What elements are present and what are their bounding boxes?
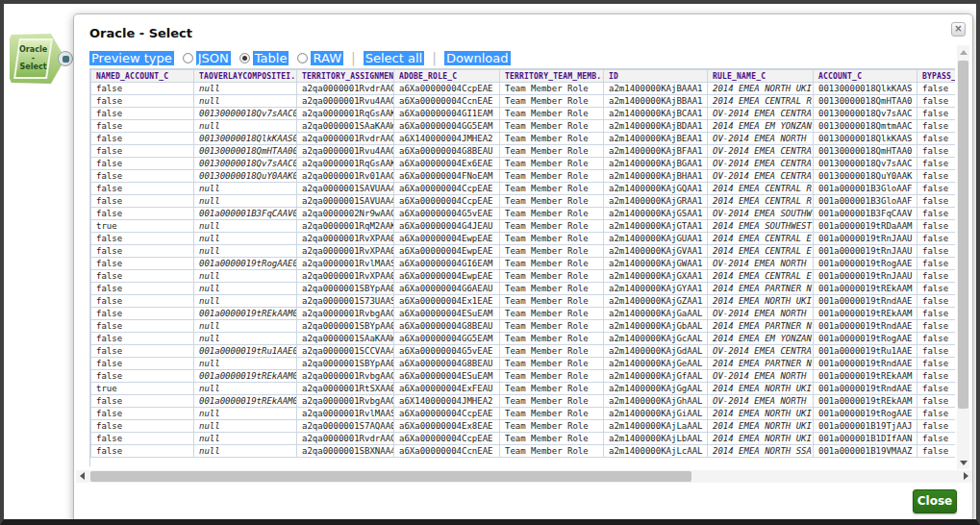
preview-type-option-json[interactable]: JSON: [183, 51, 231, 65]
table-cell: a2qa0000001RqGsAAK: [297, 108, 394, 120]
table-cell: a6Xa00000004G6AEAU: [394, 283, 500, 295]
table-cell: false: [91, 295, 194, 308]
table-cell: Team Member Role: [500, 270, 604, 283]
table-cell: a2m1400000KAjGZAA1: [604, 295, 708, 308]
table-cell: Team Member Role: [500, 420, 604, 433]
table-row: falsenulla2qa0000001RvlMAASa6Xa00000004C…: [91, 408, 956, 420]
radio-button-icon[interactable]: [239, 53, 250, 63]
table-cell: Team Member Role: [500, 433, 604, 445]
preview-table-container[interactable]: NAMED_ACCOUNT_CTAOVERLAYCOMPOSITEI...TER…: [89, 68, 955, 466]
table-row: false00130000018QmHTAA00...a2qa0000001Rv…: [91, 145, 956, 158]
table-cell: Team Member Role: [500, 333, 604, 345]
table-cell: a6Xa00000004GG5EAM: [394, 120, 500, 133]
table-cell: 2014 EMEA NORTH UKI...: [708, 83, 814, 95]
preview-controls: Preview type JSONTableRAW | Select all |…: [89, 49, 511, 66]
scroll-right-arrow-icon[interactable]: [959, 470, 972, 483]
vertical-scrollbar[interactable]: [957, 45, 969, 469]
table-cell: a2m1400000KAjGSAA1: [604, 208, 708, 220]
table-cell: 2014 EMEA NORTH UKI...: [708, 383, 814, 395]
radio-button-icon[interactable]: [297, 53, 308, 63]
table-cell: a6Xa00000004G4JEAU: [394, 220, 500, 233]
table-cell: Team Member Role: [500, 408, 604, 420]
table-cell: false: [917, 170, 956, 183]
table-cell: false: [91, 145, 194, 158]
radio-button-icon[interactable]: [183, 53, 193, 63]
table-cell: Team Member Role: [500, 133, 604, 145]
table-cell: OV-2014 EMEA NORTH ...: [708, 258, 814, 270]
scroll-left-arrow-icon[interactable]: [76, 470, 89, 483]
table-cell: 2014 EMEA NORTH UKI...: [708, 433, 814, 445]
table-cell: a2m1400000KAjGVAA1: [604, 245, 708, 258]
table-cell: null: [194, 283, 297, 295]
table-cell: false: [91, 195, 194, 208]
table-row: truenulla2qa0000001RqM2AAKa6Xa00000004G4…: [91, 220, 956, 233]
table-cell: 2014 EMEA NORTH UKI...: [708, 408, 814, 420]
table-row: falsenulla2qa0000001RvXPAA0a6Xa00000004E…: [91, 270, 956, 283]
close-button[interactable]: Close: [913, 489, 957, 513]
table-cell: a2m1400000KAjBGAA1: [604, 158, 708, 170]
table-cell: a2qa0000001RqGsAAK: [297, 158, 394, 170]
table-cell: a2qa0000001Rvu4AAC: [297, 95, 394, 108]
table-cell: a2m1400000KAjGdAAL: [604, 345, 708, 358]
table-cell: a2m1400000KAjGUAA1: [604, 233, 708, 245]
table-cell: a6Xa00000004EwpEAE: [394, 270, 500, 283]
table-cell: 00130000018QmHTAA00...: [194, 145, 297, 158]
node-parallelogram: Oracle - Select: [13, 38, 53, 79]
horizontal-scrollbar[interactable]: [76, 470, 972, 483]
table-cell: a2m1400000KAjGfAAL: [604, 370, 708, 383]
table-cell: false: [917, 320, 956, 333]
table-cell: 00130000018Qv7sAAC: [814, 158, 917, 170]
table-cell: false: [91, 245, 194, 258]
table-cell: a2qa0000001SAVUAA4: [297, 183, 394, 195]
scroll-down-arrow-icon[interactable]: [957, 456, 969, 469]
preview-type-option-table[interactable]: Table: [239, 51, 289, 65]
table-cell: a2qa0000001S7AQAA0: [297, 420, 394, 433]
oracle-select-node-icon[interactable]: Oracle - Select: [10, 34, 73, 84]
table-cell: a2m1400000KAjBEAA1: [604, 133, 708, 145]
table-cell: null: [194, 183, 297, 195]
select-all-link[interactable]: Select all: [364, 51, 424, 65]
table-cell: null: [194, 83, 297, 95]
table-row: falsenulla2qa0000001S7AQAA0a6Xa00000004E…: [91, 420, 956, 433]
table-cell: a2qa0000001RvlMAAS: [297, 408, 394, 420]
table-cell: 001a0000019tRogAAE0...: [194, 258, 297, 270]
table-cell: a2qa0000001RvbgAAC: [297, 308, 394, 320]
table-row: falsenulla2qa0000001SBYpAA0a6Xa00000004G…: [91, 320, 956, 333]
table-cell: false: [91, 433, 194, 445]
table-cell: Team Member Role: [500, 170, 604, 183]
table-cell: Team Member Role: [500, 445, 604, 458]
node-port-square-icon: [63, 56, 69, 62]
table-cell: false: [91, 95, 194, 108]
close-icon[interactable]: ×: [951, 22, 966, 37]
table-cell: a6Xa00000004G8BEAU: [394, 358, 500, 370]
app-window: Oracle - Select Oracle - Select × Previe…: [0, 0, 980, 525]
table-cell: a2m1400000KAjBFAA1: [604, 145, 708, 158]
table-cell: Team Member Role: [500, 220, 604, 233]
table-cell: a2m1400000KAjGRAA1: [604, 195, 708, 208]
vertical-scrollbar-thumb[interactable]: [958, 61, 968, 409]
table-cell: false: [917, 120, 956, 133]
table-cell: a2m1400000KAjGbAAL: [604, 320, 708, 333]
table-cell: a2qa0000001SBYpAA0: [297, 320, 394, 333]
download-link[interactable]: Download: [444, 51, 511, 65]
oracle-select-dialog: Oracle - Select × Preview type JSONTable…: [73, 13, 973, 523]
table-cell: 001a0000019tREkAAM: [814, 370, 917, 383]
scroll-up-arrow-icon[interactable]: [957, 45, 969, 59]
table-cell: false: [91, 158, 194, 170]
node-output-port-icon[interactable]: [58, 51, 73, 66]
table-cell: 2014 EMEA EM YONZAN...: [708, 333, 814, 345]
table-cell: 00130000018QlkKAAS: [814, 83, 917, 95]
table-cell: OV-2014 EMEA NORTH ...: [708, 370, 814, 383]
preview-type-option-raw[interactable]: RAW: [297, 51, 343, 65]
table-cell: a2m1400000KAjGXAA1: [604, 270, 708, 283]
table-cell: 2014 EMEA CENTRAL E...: [708, 245, 814, 258]
table-cell: false: [917, 145, 956, 158]
table-cell: a2m1400000KAjGQAA1: [604, 183, 708, 195]
table-cell: false: [917, 233, 956, 245]
horizontal-scrollbar-thumb[interactable]: [90, 471, 691, 482]
table-cell: 2014 EMEA PARTNER N...: [708, 320, 814, 333]
column-header: TAOVERLAYCOMPOSITEI...: [194, 70, 297, 83]
table-cell: false: [91, 308, 194, 320]
table-cell: false: [917, 208, 956, 220]
table-row: false00130000018Qv7sAAC0...a2qa0000001Rq…: [91, 108, 956, 120]
